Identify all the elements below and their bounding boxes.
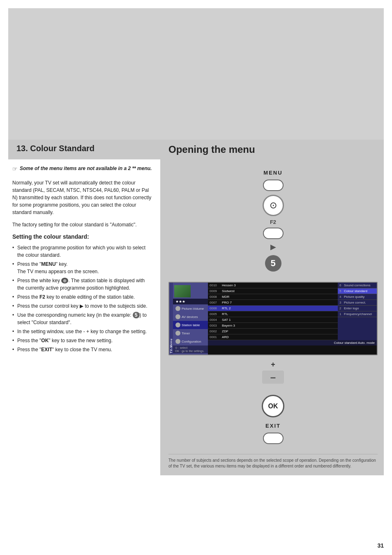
tv-menu-image: TV-Menu ★★★ Picture-Volume	[168, 282, 378, 355]
colour-bar-text: Colour standard Auto. mode	[334, 341, 375, 345]
right-section-title: Opening the menu	[168, 144, 255, 155]
dot-icon	[175, 314, 180, 319]
tv-menu-vertical-label: TV-Menu	[169, 283, 173, 355]
ok-section: OK EXIT	[168, 389, 378, 450]
bullet-8: Press the "OK" key to save the new setti…	[12, 336, 152, 345]
channel-0009[interactable]: 0009Südwest	[208, 288, 338, 294]
submenu-colour[interactable]: 5Colour standard	[338, 288, 377, 294]
right-section-header: Opening the menu	[160, 140, 384, 159]
tv-outer-border: TV-Menu ★★★ Picture-Volume	[168, 282, 378, 355]
sidebar-item-av-devices[interactable]: AV devices	[173, 313, 208, 321]
step-number-circle: 5	[265, 255, 281, 272]
bullet-list: Select the programme position for which …	[12, 243, 152, 354]
minus-key[interactable]: –	[262, 371, 284, 384]
channel-0001[interactable]: 0001ARD	[208, 334, 338, 340]
channel-0007[interactable]: 0007PRO 7	[208, 300, 338, 306]
sidebar-label: Timer	[182, 332, 190, 335]
bullet-5: Press the cursor control key ▶ to move t…	[12, 302, 152, 311]
target-icon: ⊙	[270, 200, 277, 211]
ok-button[interactable]: OK	[262, 395, 284, 417]
dot-icon	[175, 331, 180, 336]
channel-0008[interactable]: 0008MDR	[208, 294, 338, 300]
note-text: Some of the menu items are not available…	[20, 166, 152, 171]
left-section-title: 13. Colour Standard	[16, 144, 95, 153]
sidebar-item-picture-volume[interactable]: Picture-Volume	[173, 304, 208, 313]
channel-0006[interactable]: 0006RTL 2	[208, 306, 338, 311]
sidebar-item-timer[interactable]: Timer	[173, 329, 208, 337]
ok-label: OK	[268, 403, 278, 410]
arrow-right-icon: ▶	[270, 242, 276, 251]
submenu-sound[interactable]: 6Sound corrections	[338, 283, 377, 288]
factory-text: The factory setting for the colour stand…	[12, 221, 152, 228]
bullet-7: In the setting window, use the - + key t…	[12, 327, 152, 336]
bullet-2: Press the "MENU" key.The TV menu appears…	[12, 260, 152, 276]
submenu-enter-logo[interactable]: 2Enter logo	[338, 306, 377, 311]
status-row: ⊙ : selectOK : go to the settings.	[173, 345, 208, 353]
channel-0002[interactable]: 0002ZDF	[208, 329, 338, 334]
page-number: 31	[377, 542, 384, 549]
exit-key-label: EXIT	[265, 423, 281, 429]
footer-note: The number of subjects and sections depe…	[168, 454, 378, 469]
subsection-heading: Setting the colour standard:	[12, 233, 152, 240]
exit-button[interactable]	[263, 433, 284, 444]
bullet-3: Press the white key ⊕. The station table…	[12, 276, 152, 292]
f2-button[interactable]	[263, 228, 284, 239]
sidebar-label: Station table	[182, 323, 200, 327]
dot-icon	[175, 322, 180, 327]
left-column: ☞ Some of the menu items are not availab…	[8, 159, 160, 475]
headers-row: 13. Colour Standard Opening the menu	[8, 140, 384, 159]
sidebar-label: Picture-Volume	[182, 307, 204, 311]
submenu-picture-quality[interactable]: 4Picture quality	[338, 294, 377, 300]
tv-sidebar: ★★★ Picture-Volume AV devices	[173, 283, 208, 355]
submenu-frequency[interactable]: 1Frequency/channel	[338, 311, 377, 317]
bullet-4: Press the F2 key to enable editing of th…	[12, 292, 152, 302]
page-container: 13. Colour Standard Opening the menu ☞ S…	[0, 0, 392, 555]
f2-key-label: F2	[270, 219, 276, 225]
remote-section: MENU ⊙ F2 ▶ 5	[168, 166, 378, 278]
top-gray-area	[8, 8, 384, 140]
intro-text: Normally, your TV set will automatically…	[12, 179, 152, 216]
left-section-header: 13. Colour Standard	[8, 140, 160, 159]
menu-button[interactable]	[263, 180, 284, 191]
menu-key-label: MENU	[263, 170, 282, 176]
main-content: ☞ Some of the menu items are not availab…	[8, 159, 384, 475]
bullet-6: Use the corresponding numeric key (in th…	[12, 311, 152, 327]
sidebar-item-station-table[interactable]: Station table	[173, 321, 208, 329]
sidebar-label: AV devices	[182, 315, 198, 319]
channel-0003[interactable]: 0003Bayern 3	[208, 323, 338, 329]
channel-content: 0010Hessen 3 0009Südwest 0008MDR 0007PRO…	[208, 283, 377, 355]
channel-0004[interactable]: 0004SAT 1	[208, 317, 338, 323]
plus-minus-section: + –	[168, 359, 378, 385]
tv-thumbnail	[174, 285, 191, 297]
right-column: MENU ⊙ F2 ▶ 5	[160, 159, 384, 475]
step-number: 5	[270, 258, 275, 269]
target-button[interactable]: ⊙	[263, 195, 284, 216]
colour-standard-bar: Colour standard Auto. mode	[208, 340, 377, 345]
bullet-9: Press the "EXIT" key to close the TV men…	[12, 345, 152, 354]
plus-key[interactable]: +	[271, 360, 275, 369]
channel-0005[interactable]: 0005RTL	[208, 311, 338, 317]
stars-row: ★★★	[173, 299, 208, 304]
note-icon: ☞	[12, 166, 18, 172]
channel-top-row: 0010Hessen 3 0009Südwest 0008MDR 0007PRO…	[208, 283, 377, 340]
submenu-picture-correct[interactable]: 3Picture correct.	[338, 300, 377, 306]
sub-menu-panel: 6Sound corrections 5Colour standard 4Pic…	[338, 283, 377, 340]
dot-icon	[175, 306, 180, 311]
channel-list-area: 0010Hessen 3 0009Südwest 0008MDR 0007PRO…	[208, 283, 338, 340]
sidebar-label: Configuration	[182, 340, 201, 343]
bullet-1: Select the programme position for which …	[12, 243, 152, 260]
channel-0010[interactable]: 0010Hessen 3	[208, 283, 338, 288]
dot-icon	[175, 339, 180, 344]
sidebar-item-configuration[interactable]: Configuration	[173, 337, 208, 345]
note-box: ☞ Some of the menu items are not availab…	[12, 164, 152, 174]
tv-inner: TV-Menu ★★★ Picture-Volume	[169, 283, 377, 355]
